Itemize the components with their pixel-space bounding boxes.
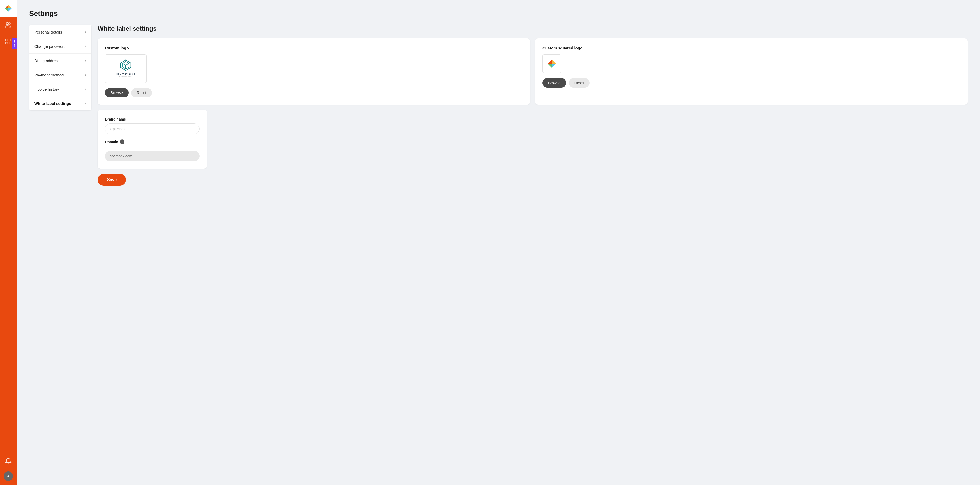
main-content: Settings Personal details › Change passw… xyxy=(17,0,980,485)
chevron-icon: › xyxy=(85,58,86,63)
settings-nav: Personal details › Change password › Bil… xyxy=(29,25,91,110)
squared-logo-reset-button[interactable]: Reset xyxy=(569,78,590,87)
domain-label: Domain xyxy=(105,140,118,144)
settings-panel: White-label settings Custom logo xyxy=(98,25,967,186)
domain-input xyxy=(105,151,199,161)
sidebar-item-users[interactable] xyxy=(0,17,17,33)
notification-icon-button[interactable] xyxy=(0,453,17,469)
custom-logo-buttons: Browse Reset xyxy=(105,88,523,97)
beta-badge: BETA xyxy=(13,38,17,49)
nav-personal-details[interactable]: Personal details › xyxy=(29,25,91,39)
sidebar: BETA A xyxy=(0,0,17,485)
nav-white-label-settings[interactable]: White-label settings › xyxy=(29,96,91,110)
custom-logo-reset-button[interactable]: Reset xyxy=(131,88,152,97)
svg-text:your slogan or tag line: your slogan or tag line xyxy=(119,76,132,77)
svg-text:COMPANY NAME: COMPANY NAME xyxy=(116,73,135,75)
chevron-icon: › xyxy=(85,101,86,106)
custom-logo-browse-button[interactable]: Browse xyxy=(105,88,129,97)
panel-title: White-label settings xyxy=(98,25,967,32)
company-logo: COMPANY NAME your slogan or tag line xyxy=(115,59,136,78)
avatar[interactable]: A xyxy=(4,471,13,481)
nav-payment-method[interactable]: Payment method › xyxy=(29,68,91,82)
save-button[interactable]: Save xyxy=(98,174,126,186)
brand-domain-card: Brand name Domain i xyxy=(98,110,207,169)
page-title: Settings xyxy=(29,10,967,17)
custom-squared-logo-label: Custom squared logo xyxy=(542,46,960,50)
chevron-icon: › xyxy=(85,87,86,91)
custom-squared-logo-card: Custom squared logo Browse Reset xyxy=(535,38,967,105)
content-layout: Personal details › Change password › Bil… xyxy=(29,25,967,186)
custom-logo-card: Custom logo xyxy=(98,38,530,105)
brand-name-label: Brand name xyxy=(105,117,199,121)
squared-logo-browse-button[interactable]: Browse xyxy=(542,78,566,87)
chevron-icon: › xyxy=(85,73,86,77)
domain-label-row: Domain i xyxy=(105,140,199,144)
chevron-icon: › xyxy=(85,44,86,49)
nav-invoice-history[interactable]: Invoice history › xyxy=(29,82,91,96)
svg-rect-3 xyxy=(9,39,11,41)
domain-info-icon[interactable]: i xyxy=(120,140,124,144)
svg-point-1 xyxy=(6,22,9,25)
svg-rect-2 xyxy=(6,39,8,41)
custom-logo-label: Custom logo xyxy=(105,46,523,50)
nav-billing-address[interactable]: Billing address › xyxy=(29,54,91,68)
brand-name-input[interactable] xyxy=(105,123,199,134)
app-logo[interactable] xyxy=(0,0,17,17)
logo-preview: COMPANY NAME your slogan or tag line xyxy=(105,54,146,83)
chevron-icon: › xyxy=(85,30,86,34)
svg-rect-4 xyxy=(6,42,8,44)
squared-logo-buttons: Browse Reset xyxy=(542,78,960,87)
squared-logo-preview xyxy=(542,54,561,73)
nav-change-password[interactable]: Change password › xyxy=(29,39,91,54)
logo-cards-row: Custom logo xyxy=(98,38,967,105)
